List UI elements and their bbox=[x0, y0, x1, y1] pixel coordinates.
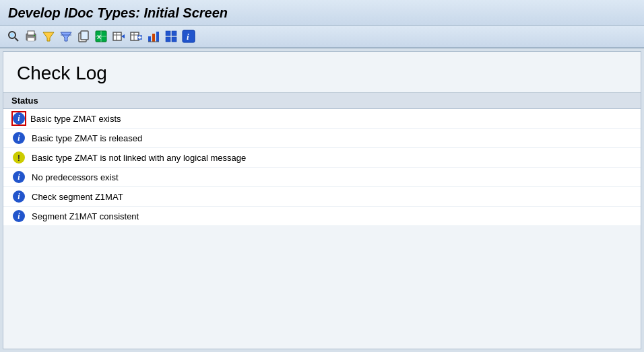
svg-rect-31 bbox=[172, 31, 176, 36]
svg-point-6 bbox=[34, 35, 35, 36]
status-icon-highlighted: i bbox=[11, 111, 26, 126]
excel-icon: X bbox=[94, 30, 108, 43]
row-text: Segment Z1MAT consistent bbox=[32, 211, 139, 221]
svg-text:i: i bbox=[187, 32, 189, 42]
check-log-title: Check Log bbox=[17, 63, 107, 83]
info-toolbar-icon: i bbox=[182, 30, 195, 43]
print-button[interactable] bbox=[23, 28, 39, 44]
print-icon bbox=[24, 30, 38, 43]
svg-rect-32 bbox=[166, 37, 170, 42]
svg-rect-33 bbox=[172, 37, 176, 42]
chart-icon bbox=[147, 30, 160, 43]
svg-rect-11 bbox=[81, 31, 88, 40]
table-row: i Basic type ZMAT exists bbox=[3, 109, 641, 129]
svg-line-1 bbox=[15, 38, 18, 41]
status-icon: i bbox=[11, 209, 26, 223]
svg-rect-4 bbox=[28, 31, 34, 35]
svg-rect-28 bbox=[156, 32, 159, 42]
toolbar: X bbox=[0, 26, 644, 48]
table-export-icon bbox=[112, 30, 125, 43]
row-text: Basic type ZMAT is not linked with any l… bbox=[32, 153, 246, 163]
table-row: i No predecessors exist bbox=[3, 168, 641, 187]
svg-marker-8 bbox=[61, 32, 71, 41]
table-area: Status i Basic type ZMAT exists i Basic … bbox=[3, 93, 641, 349]
info-icon: i bbox=[13, 171, 25, 183]
svg-rect-16 bbox=[113, 32, 121, 40]
info-button[interactable]: i bbox=[181, 28, 197, 44]
row-text: Basic type ZMAT exists bbox=[30, 114, 121, 124]
excel-button[interactable]: X bbox=[93, 28, 109, 44]
copy-button[interactable] bbox=[75, 28, 92, 44]
status-column-header: Status bbox=[11, 96, 38, 106]
filter1-button[interactable] bbox=[40, 28, 57, 44]
grid-button[interactable] bbox=[163, 28, 179, 44]
table-row: ! Basic type ZMAT is not linked with any… bbox=[3, 148, 641, 168]
grid-icon bbox=[164, 30, 178, 43]
status-icon: ! bbox=[11, 150, 26, 165]
page-title: Develop IDoc Types: Initial Screen bbox=[8, 5, 228, 20]
chart-button[interactable] bbox=[146, 28, 162, 44]
info-icon: i bbox=[13, 112, 25, 125]
status-icon: i bbox=[11, 189, 26, 204]
svg-text:X: X bbox=[97, 34, 101, 40]
filter2-icon bbox=[59, 30, 73, 43]
table-rows: i Basic type ZMAT exists i Basic type ZM… bbox=[3, 109, 641, 226]
table-row: i Check segment Z1MAT bbox=[3, 187, 641, 207]
copy-icon bbox=[77, 30, 90, 43]
title-bar: Develop IDoc Types: Initial Screen bbox=[0, 0, 644, 26]
table-header: Status bbox=[3, 93, 641, 109]
expand-button[interactable] bbox=[128, 28, 144, 44]
expand-icon bbox=[129, 30, 143, 43]
main-content: Check Log Status i Basic type ZMAT exist… bbox=[3, 51, 641, 349]
find-icon bbox=[7, 30, 20, 43]
row-text: No predecessors exist bbox=[32, 172, 119, 182]
svg-point-2 bbox=[10, 33, 14, 37]
row-text: Basic type ZMAT is released bbox=[32, 133, 142, 143]
table-export-button[interactable] bbox=[110, 28, 127, 44]
filter2-button[interactable] bbox=[58, 28, 74, 44]
app-container: Develop IDoc Types: Initial Screen bbox=[0, 0, 644, 352]
svg-rect-27 bbox=[152, 34, 155, 42]
info-icon: i bbox=[13, 190, 25, 203]
status-icon: i bbox=[11, 131, 26, 145]
svg-rect-26 bbox=[148, 36, 151, 42]
svg-rect-30 bbox=[166, 31, 170, 36]
info-icon: i bbox=[13, 210, 25, 222]
info-icon: i bbox=[13, 132, 25, 144]
filter1-icon bbox=[42, 30, 55, 43]
table-row: i Basic type ZMAT is released bbox=[3, 129, 641, 148]
table-row: i Segment Z1MAT consistent bbox=[3, 207, 641, 226]
check-log-header: Check Log bbox=[3, 52, 641, 93]
svg-marker-7 bbox=[43, 32, 54, 41]
warning-icon: ! bbox=[13, 151, 25, 164]
svg-rect-5 bbox=[28, 38, 34, 41]
find-button[interactable] bbox=[5, 28, 22, 44]
row-text: Check segment Z1MAT bbox=[32, 192, 123, 202]
status-icon: i bbox=[11, 170, 26, 184]
